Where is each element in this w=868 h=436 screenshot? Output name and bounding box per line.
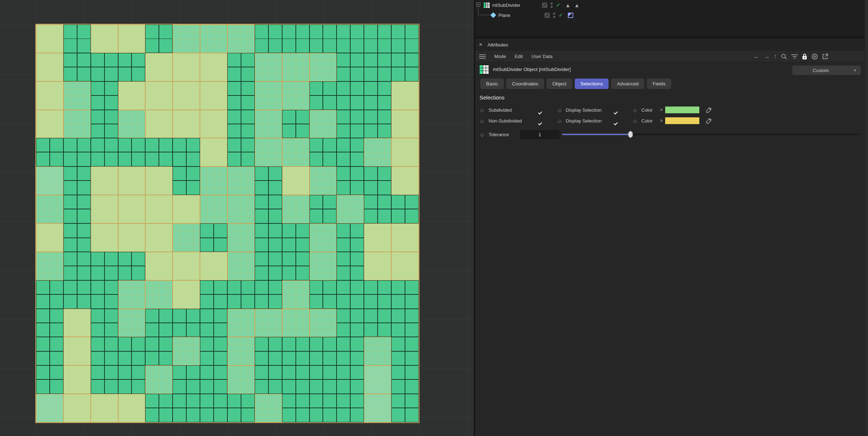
plane-cell [364,394,391,422]
plane-cell [91,280,118,309]
plane-cell [63,166,91,195]
edit-toggle-icon[interactable] [544,13,550,18]
tab-object[interactable]: Object [547,79,572,89]
chevron-right-icon[interactable]: > [660,118,663,123]
enabled-check-icon[interactable]: ✓ [558,12,563,18]
plane-cell [282,166,310,195]
3d-viewport[interactable] [0,0,474,436]
plane-cell [36,309,63,337]
plane-cell [200,110,227,138]
plane-cell [391,138,419,166]
plane-cell [173,309,200,337]
swatch-non-subdivided[interactable] [665,117,700,125]
key-diamond-icon[interactable]: ◇ [633,118,637,124]
plane-cell [173,53,200,81]
plane-cell [255,25,282,53]
plane-cell [63,25,91,53]
key-diamond-icon[interactable]: ◇ [480,118,484,124]
plane-cell [255,195,282,223]
tab-advanced[interactable]: Advanced [611,79,644,89]
plane-cell [200,280,227,309]
close-icon[interactable]: × [479,41,482,48]
eyedropper-icon[interactable] [705,117,712,124]
edit-toggle-icon[interactable] [542,3,547,8]
object-label[interactable]: mtSubDivider [492,3,520,8]
plane-cell [227,280,255,309]
menu-edit[interactable]: Edit [515,54,523,59]
plane-cell [118,365,146,394]
plane-cell [118,53,146,81]
lock-icon[interactable] [802,53,807,60]
hamburger-menu-icon[interactable] [479,54,486,59]
menu-mode[interactable]: Mode [494,54,506,59]
key-diamond-icon[interactable]: ◇ [633,107,637,113]
plane-cell [91,25,118,53]
plane-cell [173,394,200,422]
plane-cell [337,365,364,394]
key-diamond-icon[interactable]: ◇ [480,107,484,113]
plane-cell [282,252,310,280]
eyedropper-icon[interactable] [705,107,712,114]
tolerance-slider[interactable] [562,134,859,135]
triangle-up-icon[interactable]: ▲ [565,2,571,8]
tree-line [478,15,491,15]
plane-cell [173,337,200,365]
tab-selections[interactable]: Selections [575,79,609,89]
plane-cell [391,110,419,138]
object-row-mtsubdivider[interactable]: mtSubDivider ✓ ▲ ▲ [483,1,862,9]
plane-cell [227,166,255,195]
plane-cell [310,252,337,280]
tab-basic[interactable]: Basic [480,79,504,89]
plane-cell [91,166,118,195]
swatch-subdivided[interactable] [665,106,700,114]
plane-cell [145,195,173,223]
key-diamond-icon[interactable]: ◇ [558,107,561,113]
plane-cell [255,337,282,365]
chevron-right-icon[interactable]: > [660,107,663,112]
forward-arrow-icon[interactable]: → [764,53,770,60]
attributes-menubar: Mode Edit User Data ← → ↑ [475,51,864,62]
plane-cell [282,309,310,337]
key-diamond-icon[interactable]: ◇ [480,132,484,137]
search-icon[interactable] [781,53,787,60]
plane-cell [227,337,255,365]
preset-dropdown[interactable]: Custom ▾ [792,66,861,75]
visibility-dots-icon[interactable] [551,3,553,8]
tab-fields[interactable]: Fields [647,79,671,89]
back-arrow-icon[interactable]: ← [754,53,760,60]
enabled-check-icon[interactable]: ✓ [556,2,561,8]
expand-collapse-icon[interactable] [476,3,480,6]
plane-cell [118,309,146,337]
plane-cell [227,81,255,110]
key-diamond-icon[interactable]: ◇ [558,118,561,124]
selection-tag-icon[interactable] [568,13,573,18]
plane-cell [200,138,227,166]
target-icon[interactable] [811,53,818,60]
plane-cell [145,81,173,110]
up-arrow-icon[interactable]: ↑ [774,53,777,60]
tab-coordinates[interactable]: Coordinates [506,79,544,89]
object-label[interactable]: Plane [498,13,510,18]
tolerance-input[interactable]: 1 [520,130,560,139]
preset-dropdown-value: Custom [792,68,849,73]
plane-cell [282,337,310,365]
plane-cell [91,195,118,223]
plane-cell [36,252,63,280]
filter-icon[interactable] [791,54,798,59]
plane-cell [310,166,337,195]
plane-grid[interactable] [36,25,419,422]
menu-user-data[interactable]: User Data [531,54,553,59]
plane-cell [145,337,173,365]
scrollbar-track[interactable] [864,0,868,436]
popout-icon[interactable] [822,53,828,60]
triangle-up-icon[interactable]: ▲ [574,2,579,8]
plane-cell [36,166,63,195]
object-row-plane[interactable]: Plane ✓ [491,11,862,19]
plane-cell [310,280,337,309]
visibility-dots-icon[interactable] [553,13,555,18]
plane-cell [173,138,200,166]
chevron-down-icon[interactable]: ▾ [849,68,861,73]
plane-cell [282,81,310,110]
plane-cell [63,110,91,138]
plane-cell [200,195,227,223]
